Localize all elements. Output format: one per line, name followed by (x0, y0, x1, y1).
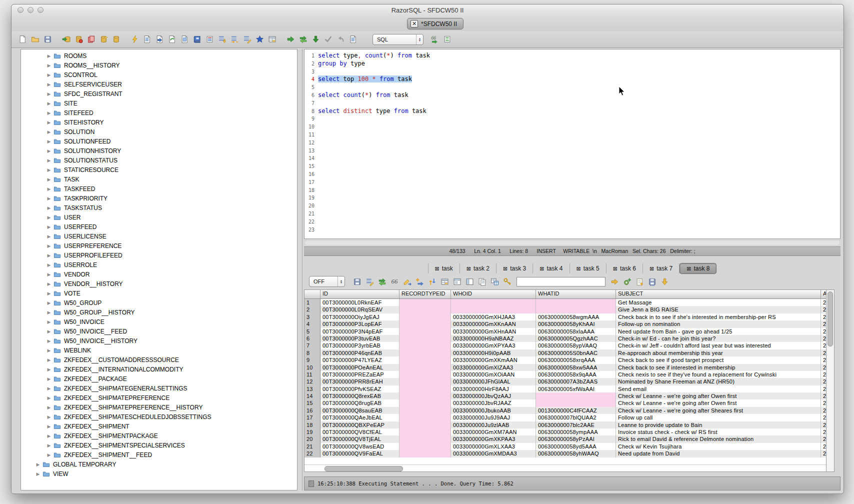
cell-id[interactable]: 00T3000000Q8rugEAB (320, 400, 400, 406)
disclosure-triangle-icon[interactable]: ▶ (46, 177, 52, 182)
code-line-5[interactable] (318, 84, 840, 92)
code-line-17[interactable] (318, 178, 840, 186)
sql-history-icon[interactable] (192, 34, 202, 44)
disclosure-triangle-icon[interactable]: ▶ (46, 452, 52, 458)
disclosure-triangle-icon[interactable]: ▶ (46, 215, 52, 220)
cell-whoid[interactable]: 0033000000GmXIZAA3 (451, 364, 536, 371)
find-next-icon[interactable] (610, 276, 620, 287)
result-tab-task[interactable]: ⊠task (428, 264, 460, 274)
fetch-more-icon[interactable] (310, 34, 321, 44)
cell-subject[interactable]: Leanne to provide update to Bain (616, 422, 821, 428)
sort-columns-icon[interactable] (427, 276, 438, 287)
cell-id[interactable]: 00T3000000PfvKSEAZ (320, 386, 400, 392)
table-row[interactable]: 2200T3000000QV9FaEAL0033000000GmXMDAA300… (304, 450, 826, 457)
disclosure-triangle-icon[interactable]: ▶ (46, 148, 52, 154)
table-row[interactable]: 1000T3000000POeAnEAL0033000000GmXIZAA300… (304, 364, 826, 371)
mode-select-stepper-icon[interactable]: ▲▼ (416, 34, 423, 44)
cell-subject[interactable]: Rick to email David & reference Delmonte… (616, 436, 821, 442)
reload-icon[interactable] (298, 34, 308, 44)
tree-item-rooms-history[interactable]: ▶ROOMS__HISTORY (21, 60, 297, 70)
table-row[interactable]: 900T3000000P47LYEAZ0033000000GmXKmAAN006… (304, 356, 826, 364)
tree-item-zkfedex-shipmatescheduledjobssettings[interactable]: ▶ZKFEDEX__SHIPMATESCHEDULEDJOBSSETTINGS (21, 412, 297, 422)
cell-id[interactable]: 00T3000000POeAnEAL (320, 364, 400, 371)
cell-subject[interactable]: Check-in w/ Jeff - couldn't afford last … (616, 342, 821, 349)
disclosure-triangle-icon[interactable]: ▶ (46, 338, 52, 344)
disclosure-triangle-icon[interactable]: ▶ (46, 443, 52, 448)
code-line-14[interactable] (318, 154, 840, 162)
code-line-19[interactable] (318, 194, 840, 202)
table-row[interactable]: 1300T3000000PfvKSEAZ0033000000HirF8AAJ00… (304, 386, 826, 392)
execute-batch-icon[interactable] (154, 34, 165, 44)
disclosure-triangle-icon[interactable]: ▶ (46, 158, 52, 163)
cell-ac[interactable]: 200 (821, 407, 826, 414)
cell-ac[interactable]: 200 (821, 356, 826, 364)
disclosure-triangle-icon[interactable]: ▶ (46, 434, 52, 438)
new-note-icon[interactable] (634, 276, 645, 287)
disclosure-triangle-icon[interactable]: ▶ (46, 291, 52, 296)
filter-results-icon[interactable] (364, 276, 375, 287)
close-window-button[interactable] (18, 7, 24, 13)
cell-whoid[interactable]: 0033000000H9i0pAAB (451, 350, 536, 356)
result-tab-task-2[interactable]: ⊠task 2 (460, 264, 496, 274)
cell-subject[interactable]: Check back in to see if she's interested… (616, 314, 821, 320)
autocommit-select[interactable]: OFF▲▼ (309, 276, 345, 287)
code-line-8[interactable]: select distinct type from task (318, 108, 840, 116)
tree-item-w50-invoice-history[interactable]: ▶W50_INVOICE__HISTORY (21, 336, 297, 346)
cell-whoid[interactable]: 0033000000JFhGlAAL (451, 378, 536, 385)
cell-recordtypeid[interactable] (400, 328, 451, 335)
tree-item-zkfedex-shipmatepreference-history[interactable]: ▶ZKFEDEX__SHIPMATEPREFERENCE__HISTORY (21, 402, 297, 412)
code-line-21[interactable] (318, 210, 840, 218)
disclosure-triangle-icon[interactable]: ▶ (46, 376, 52, 382)
disclosure-triangle-icon[interactable]: ▶ (46, 367, 52, 372)
code-line-20[interactable] (318, 202, 840, 210)
cell-ac[interactable]: 200 (821, 422, 826, 428)
cell-recordtypeid[interactable] (400, 364, 451, 371)
cell-ac[interactable]: 200 (821, 400, 826, 406)
table-row[interactable]: 2100T3000000QV8wsEAD0033000000GmXLXAA300… (304, 443, 826, 450)
copy-results-icon[interactable] (477, 276, 488, 287)
commit-icon[interactable] (86, 34, 96, 44)
result-tab-task-6[interactable]: ⊠task 6 (606, 264, 643, 274)
disclosure-triangle-icon[interactable]: ▶ (46, 253, 52, 258)
cell-recordtypeid[interactable] (400, 414, 451, 421)
disclosure-triangle-icon[interactable]: ▶ (46, 320, 52, 324)
disclosure-triangle-icon[interactable]: ▶ (46, 310, 52, 315)
cell-id[interactable]: 00T3000000P3LopEAF (320, 320, 400, 328)
disclosure-triangle-icon[interactable]: ▶ (46, 358, 52, 362)
code-line-12[interactable] (318, 139, 840, 147)
cell-whatid[interactable]: 00630000005QgzhAAC (536, 335, 616, 342)
tree-item-sitehistory[interactable]: ▶SITEHISTORY (21, 118, 297, 127)
favorites-icon[interactable] (254, 34, 265, 44)
cell-id[interactable]: 00T3000000P3yrbEAB (320, 342, 400, 349)
cell-recordtypeid[interactable] (400, 386, 451, 392)
cell-whatid[interactable]: 006300000058xrqAAA (536, 356, 616, 364)
rollback-icon[interactable] (98, 34, 109, 44)
code-line-3[interactable] (318, 68, 840, 76)
cell-recordtypeid[interactable] (400, 378, 451, 385)
cell-id[interactable]: 00T3000000PREZaEAP (320, 371, 400, 378)
table-row[interactable]: 2000T3000000QV8TjEAL0033000000GmXKPAA300… (304, 436, 826, 442)
column-header-id[interactable]: ID (320, 290, 400, 298)
execute-fetch-icon[interactable] (142, 34, 152, 44)
cell-whoid[interactable]: 0033000000H9aNBAAZ (451, 335, 536, 342)
code-line-9[interactable] (318, 115, 840, 123)
cell-subject[interactable]: Need update from David (616, 450, 821, 457)
cell-whatid[interactable]: 00630000005xfWaAAI (536, 386, 616, 392)
cell-subject[interactable]: Check w/ Kevin Tsujihara (616, 443, 821, 450)
cell-whoid[interactable]: 0033000000GmXKnAAN (451, 320, 536, 328)
cell-ac[interactable]: 200 (821, 414, 826, 421)
result-tab-task-5[interactable]: ⊠task 5 (570, 264, 606, 274)
results-horizontal-scrollbar[interactable] (304, 464, 826, 472)
cell-whatid[interactable]: 00630000007blQUAA2 (536, 414, 616, 421)
table-row[interactable]: 100T3000000L0RknEAFGet Massage200 (304, 299, 826, 306)
tree-item-userlicense[interactable]: ▶USERLICENSE (21, 232, 297, 241)
disclosure-triangle-icon[interactable]: ▶ (46, 206, 52, 210)
save-edits-icon[interactable] (647, 276, 658, 287)
code-line-1[interactable]: select type, count(*) from task (318, 52, 840, 60)
disclosure-triangle-icon[interactable]: ▶ (46, 196, 52, 201)
minimize-window-button[interactable] (28, 7, 34, 13)
cell-recordtypeid[interactable] (400, 407, 451, 414)
cell-whatid[interactable]: 00630000007A3bZAAS (536, 378, 616, 385)
cell-whoid[interactable]: 0033000000Ju9zlAAB (451, 422, 536, 428)
database-tree[interactable]: ▶ROOMS▶ROOMS__HISTORY▶SCONTROL▶SELFSERVI… (20, 49, 298, 490)
